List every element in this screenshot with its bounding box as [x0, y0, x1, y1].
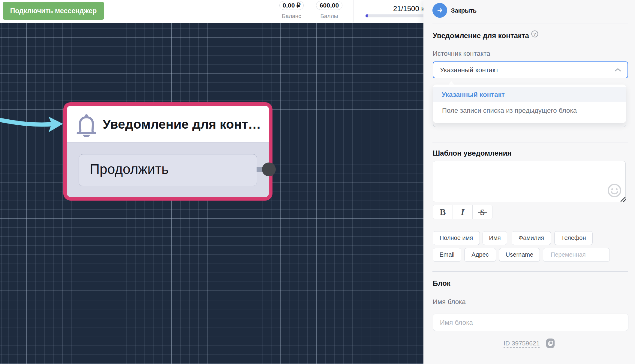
svg-text:?: ? [533, 31, 536, 37]
